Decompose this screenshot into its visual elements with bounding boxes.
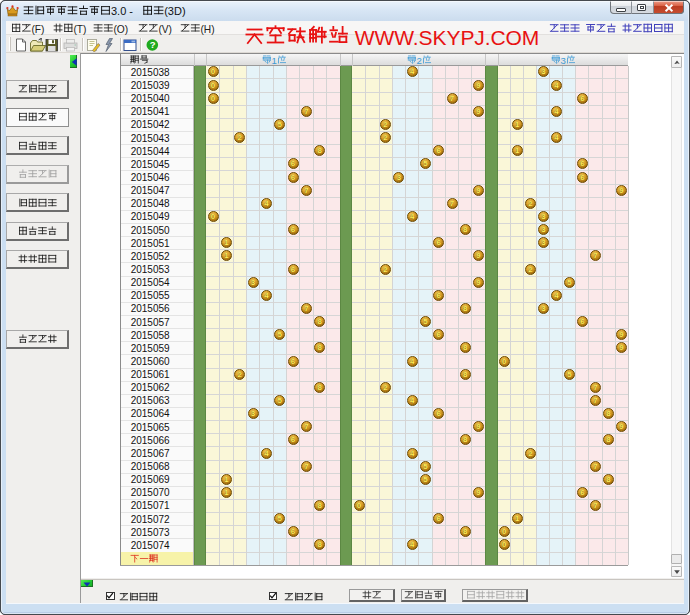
svg-text:(O): (O) bbox=[114, 23, 129, 34]
svg-text:(F): (F) bbox=[31, 23, 44, 34]
svg-text:1: 1 bbox=[271, 55, 276, 66]
svg-text:2: 2 bbox=[417, 55, 422, 66]
svg-text:(V): (V) bbox=[159, 23, 173, 34]
svg-text:3: 3 bbox=[561, 55, 566, 66]
svg-text:(T): (T) bbox=[74, 23, 87, 34]
svg-text:(3D): (3D) bbox=[164, 5, 185, 17]
svg-text:?: ? bbox=[150, 39, 156, 50]
svg-text:3.0 -: 3.0 - bbox=[111, 5, 133, 17]
svg-text:(H): (H) bbox=[200, 23, 214, 34]
svg-text:WWW.SKYPJ.COM: WWW.SKYPJ.COM bbox=[354, 26, 539, 49]
